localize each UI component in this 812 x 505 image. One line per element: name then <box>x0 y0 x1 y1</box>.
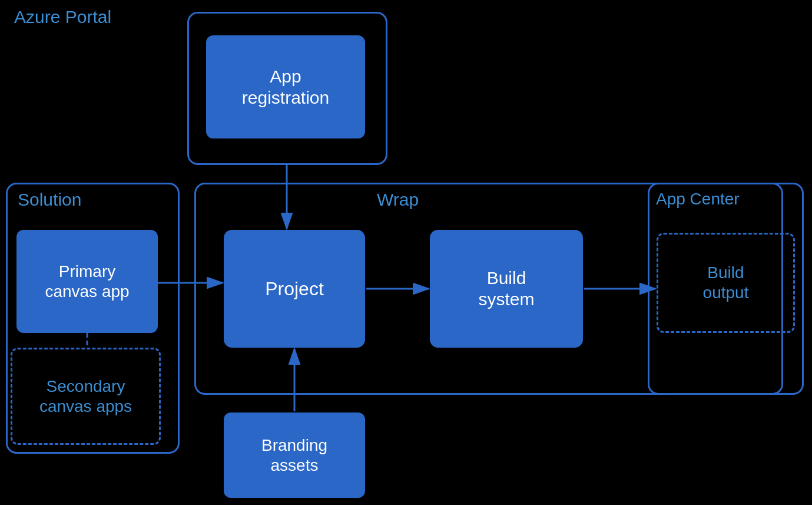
branding-assets-label: Branding assets <box>261 435 327 475</box>
build-system-box: Build system <box>430 230 583 348</box>
wrap-label: Wrap <box>377 190 419 210</box>
app-registration-label: App registration <box>242 66 329 108</box>
secondary-canvas-box: Secondary canvas apps <box>11 348 161 445</box>
build-system-label: Build system <box>478 268 534 310</box>
primary-canvas-box: Primary canvas app <box>16 230 158 333</box>
build-output-label: Build output <box>703 263 749 302</box>
azure-portal-label: Azure Portal <box>14 7 111 27</box>
branding-assets-box: Branding assets <box>224 412 365 498</box>
app-registration-box: App registration <box>206 35 365 138</box>
project-box: Project <box>224 230 365 348</box>
build-output-box: Build output <box>657 233 795 333</box>
app-center-label: App Center <box>656 190 740 209</box>
secondary-canvas-label: Secondary canvas apps <box>39 377 132 416</box>
diagram: Azure Portal App registration Solution P… <box>0 0 812 505</box>
solution-label: Solution <box>18 190 81 210</box>
project-label: Project <box>265 278 324 300</box>
primary-canvas-label: Primary canvas app <box>45 262 129 301</box>
